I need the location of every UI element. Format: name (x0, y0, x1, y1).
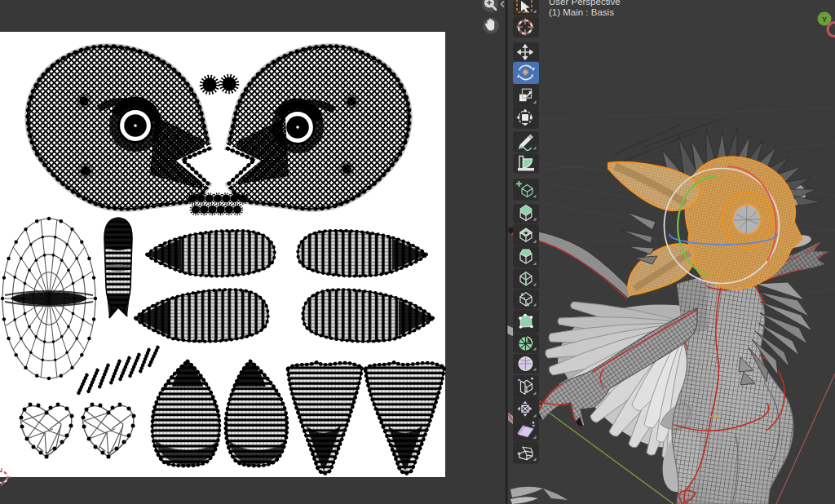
svg-text:User Perspective: User Perspective (549, 0, 621, 7)
svg-text:(1) Main : Basis: (1) Main : Basis (549, 7, 614, 17)
svg-text:Y: Y (822, 15, 827, 24)
